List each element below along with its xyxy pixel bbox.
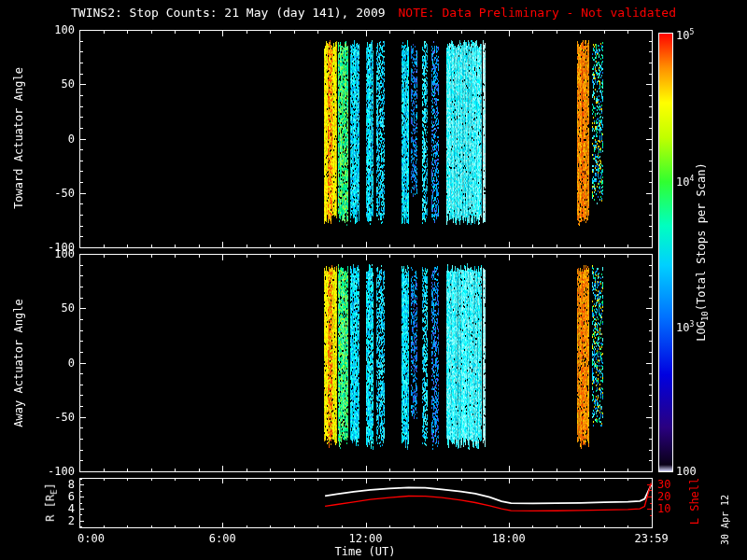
angle-tick-label: 100: [41, 22, 75, 37]
preliminary-note: NOTE: Data Preliminary - Not validated: [399, 6, 676, 20]
time-axis-label: Time (UT): [334, 544, 395, 559]
away-panel-ylabel: Away Actuator Angle: [11, 299, 26, 427]
time-tick-label: 12:00: [348, 531, 382, 546]
plot-title: TWINS2: Stop Counts: 21 May (day 141), 2…: [71, 6, 676, 21]
datestamp: 30 Apr 12: [718, 495, 733, 545]
lshell-tick-label: 30: [657, 477, 670, 492]
time-tick-label: 23:59: [635, 531, 669, 546]
colorbar-label-post: (Total Stops per Scan): [695, 162, 708, 311]
colorbar-tick-label: 104: [676, 172, 694, 189]
time-tick-label: 18:00: [492, 531, 526, 546]
angle-tick-label: 50: [41, 77, 75, 91]
angle-tick-label: -50: [41, 410, 75, 425]
plot-title-text: TWINS2: Stop Counts: 21 May (day 141), 2…: [71, 6, 386, 20]
colorbar-tick-label: 103: [676, 317, 694, 335]
colorbar-label: LOG10(Total Stops per Scan): [694, 162, 712, 341]
twins2-stop-counts-plot: TWINS2: Stop Counts: 21 May (day 141), 2…: [0, 0, 747, 560]
angle-tick-label: 100: [41, 246, 75, 261]
angle-tick-label: 50: [41, 301, 75, 315]
angle-tick-label: 0: [41, 132, 75, 147]
colorbar-tick-label: 105: [676, 25, 694, 43]
plot-canvas: [0, 0, 747, 560]
time-tick-label: 0:00: [78, 531, 105, 546]
angle-tick-label: 0: [41, 356, 75, 371]
time-tick-label: 6:00: [209, 531, 236, 546]
colorbar-tick-label: 100: [676, 464, 697, 479]
angle-tick-label: -50: [41, 186, 75, 201]
toward-panel-ylabel: Toward Actuator Angle: [11, 67, 26, 209]
r-tick-label: 8: [54, 477, 75, 492]
colorbar-label-pre: LOG: [695, 321, 708, 342]
lshell-axis-label: L Shell: [687, 478, 702, 525]
colorbar-label-sub: 10: [700, 311, 710, 321]
